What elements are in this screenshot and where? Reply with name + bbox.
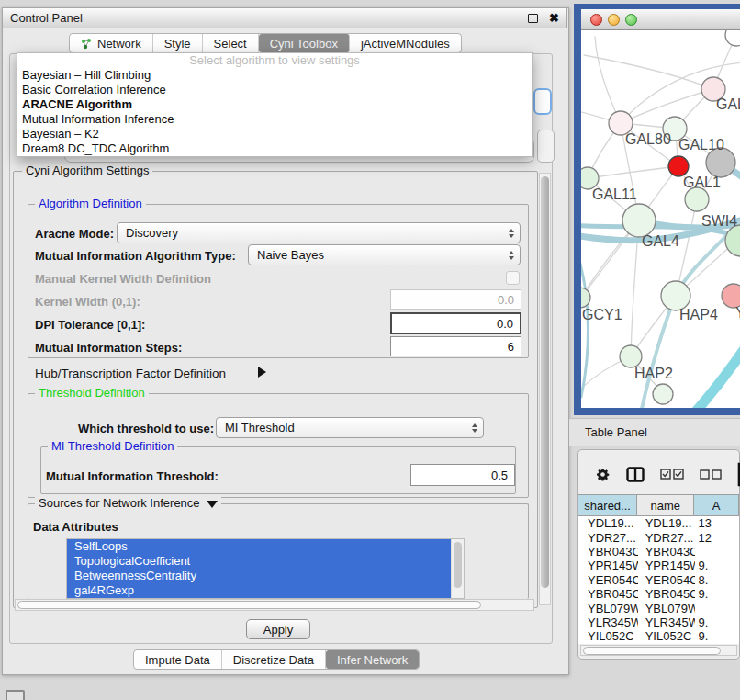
attribute-item-selfloops[interactable]: SelfLoops [67,539,464,554]
node-label-gal80: GAL80 [625,131,671,147]
table-horizontal-scrollbar-thumb[interactable] [583,647,721,655]
network-node[interactable] [725,30,740,46]
network-edge[interactable] [584,55,712,89]
mi-threshold-field[interactable]: 0.5 [410,464,515,486]
table-row[interactable]: YER054CYER054C8. [578,573,739,587]
close-panel-icon[interactable]: ✖ [549,14,559,23]
bottom-tab-impute-data[interactable]: Impute Data [134,650,222,669]
manual-kernel-checkbox[interactable] [506,271,520,285]
select-all-checkboxes-icon[interactable] [660,469,684,480]
hidden-combo-fragment [533,88,552,115]
table-row[interactable]: YDR27...YDR27...12 [578,530,739,544]
kernel-width-field[interactable]: 0.0 [390,289,521,310]
zoom-window-icon[interactable] [625,14,637,26]
table-panel-titlebar[interactable]: Table Panel [569,418,740,446]
algorithm-option-aracne-algorithm[interactable]: ARACNE Algorithm [17,97,532,112]
algorithm-option-basic-correlation-inference[interactable]: Basic Correlation Inference [17,83,532,97]
network-window-titlebar[interactable] [581,9,740,30]
mi-algorithm-type-combo[interactable]: Naive Bayes [248,244,521,265]
hub-expand-arrow-icon[interactable] [258,367,266,378]
table-column-header-a[interactable]: A [694,494,739,516]
algorithm-option-bayesian-k2[interactable]: Bayesian – K2 [17,127,532,141]
data-attributes-items: SelfLoopsTopologicalCoefficientBetweenne… [67,539,464,598]
network-node-gal4[interactable] [622,204,656,237]
algorithm-option-dream8-dc-tdc-algorithm[interactable]: Dream8 DC_TDC Algorithm [17,141,532,156]
network-node[interactable] [653,384,673,404]
table-row[interactable]: YIL052CYIL052C9. [578,629,739,643]
algorithm-dropdown-popup: Select algorithm to view settings Bayesi… [17,52,533,157]
bottom-tab-infer-network[interactable]: Infer Network [326,650,419,669]
tab-jactivemnodules[interactable]: jActiveMNodules [350,34,461,52]
close-window-icon[interactable] [590,14,602,26]
data-attributes-list[interactable]: SelfLoopsTopologicalCoefficientBetweenne… [66,538,465,599]
table-column-header-shared[interactable]: shared... [578,494,637,516]
network-node-swi4[interactable] [685,187,709,211]
network-node-gal1[interactable] [668,156,689,176]
attribute-item-topologicalcoefficient[interactable]: TopologicalCoefficient [67,554,464,569]
tab-label: Network [97,37,141,51]
sources-collapse-arrow-icon[interactable] [207,501,218,508]
algorithm-option-bayesian-hill-climbing[interactable]: Bayesian – Hill Climbing [17,68,532,83]
node-label-gal10: GAL10 [678,137,724,152]
float-window-icon[interactable] [528,14,538,23]
aracne-mode-combo[interactable]: Discovery [117,222,521,243]
table-cell: YBR043C [578,545,638,559]
network-edge[interactable] [621,89,712,123]
network-node[interactable] [725,225,740,256]
table-cell: YPR145W [638,559,695,572]
tab-label: Impute Data [145,653,210,667]
which-threshold-combo[interactable]: MI Threshold [216,417,484,438]
minimize-window-icon[interactable] [608,14,620,26]
mi-algorithm-type-value: Naive Bayes [257,248,509,262]
tab-label: Infer Network [337,653,408,667]
settings-vertical-scrollbar-thumb[interactable] [541,176,549,588]
network-edge[interactable] [694,347,740,408]
table-column-header-name[interactable]: name [637,494,694,516]
table-horizontal-scrollbar[interactable] [580,645,737,656]
algorithm-option-mutual-information-inference[interactable]: Mutual Information Inference [17,112,532,127]
table-row[interactable]: YBR043CYBR043C [578,545,739,559]
node-label-gal: GAL [716,96,740,112]
tab-network[interactable]: Network [70,34,153,52]
table-row[interactable]: YDL19...YDL19...13 [578,516,739,530]
attribute-item-gal4rgexp[interactable]: gal4RGexp [67,583,464,598]
node-label-swi4: SWI4 [701,213,737,229]
attributes-scrollbar-thumb[interactable] [454,542,462,588]
control-panel-titlebar[interactable]: Control Panel ✖ [2,7,567,28]
tab-label: jActiveMNodules [361,37,450,51]
algorithm-dropdown-prompt: Select algorithm to view settings [17,53,532,68]
panel-corner-toggle[interactable] [6,690,25,700]
network-edge[interactable] [595,37,621,123]
table-row[interactable]: YPR145WYPR145W9. [578,559,739,572]
column-settings-icon[interactable] [626,467,645,482]
table-row[interactable]: YLR345WYLR345W9. [578,615,739,629]
attributes-list-scrollbar[interactable] [451,539,464,598]
tab-select[interactable]: Select [203,34,259,52]
table-cell: 8. [695,573,739,587]
settings-vertical-scrollbar[interactable] [539,173,551,605]
network-node-gcy1[interactable] [581,288,590,308]
dpi-tolerance-field[interactable]: 0.0 [390,312,521,334]
network-edge[interactable] [588,166,678,178]
node-label-gcy1: GCY1 [582,307,622,322]
mi-steps-field[interactable]: 6 [390,336,521,356]
table-row[interactable]: YBR045CYBR045C9. [578,587,739,601]
network-canvas[interactable]: GALGAL80GAL10GAL1SWI4GAL11GAL4GCY1HAP4YH… [581,30,740,408]
settings-horizontal-scrollbar[interactable] [15,599,534,611]
gear-icon[interactable] [595,467,611,482]
tab-cyni-toolbox[interactable]: Cyni Toolbox [259,34,350,52]
settings-horizontal-scrollbar-thumb[interactable] [17,601,481,609]
tab-style[interactable]: Style [153,34,203,52]
table-cell: YDL19... [578,516,638,530]
apply-button[interactable]: Apply [246,619,310,639]
table-cell: 13 [695,516,739,530]
attribute-item-betweennesscentrality[interactable]: BetweennessCentrality [67,569,464,583]
bottom-tab-discretize-data[interactable]: Discretize Data [222,650,326,669]
screen: Control Panel ✖ NetworkStyleSelectCyni T… [0,0,740,700]
sources-legend-text: Sources for Network Inference [39,496,200,510]
network-node-hap2[interactable] [620,345,642,367]
clear-checkboxes-icon[interactable] [700,469,722,480]
network-edge[interactable] [581,257,589,397]
table-cell: 9. [695,559,739,572]
table-row[interactable]: YBL079WYBL079W [578,601,739,615]
